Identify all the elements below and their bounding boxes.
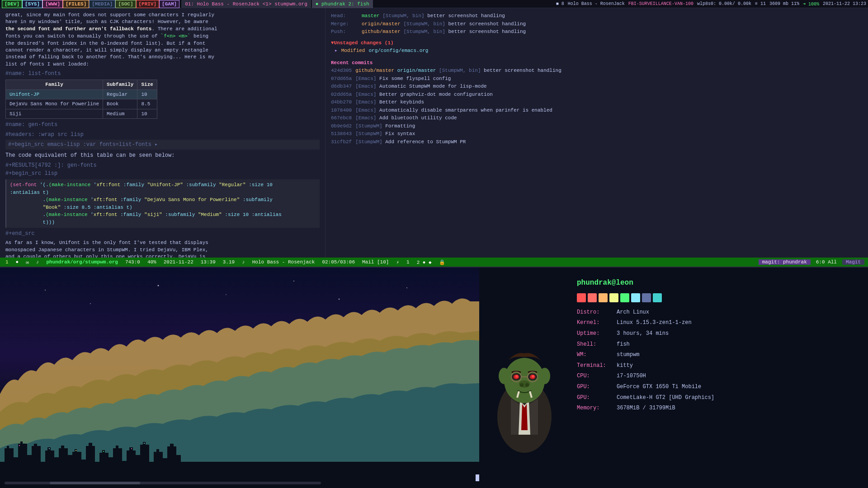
svg-point-24 <box>520 383 524 387</box>
head-label: Head: <box>331 12 358 20</box>
commit-row-1[interactable]: 07dd65a [Emacs] Fix some flyspell config <box>331 75 863 83</box>
commit-msg-7: [StumpWM] Formatting <box>355 122 415 130</box>
font-size-2: 8.5 <box>137 99 157 109</box>
memory-label: Memory: <box>577 404 613 413</box>
uptime-label: Uptime: <box>577 329 613 339</box>
status-bar: 1 ● ✉ ♪ phundrak/org/stumpwm.org 743:0 4… <box>0 258 868 267</box>
waveform-scrollbar[interactable] <box>5 482 321 484</box>
swatch-red <box>577 293 586 302</box>
commit-row-0[interactable]: 424d305 github/master origin/master [Stu… <box>331 67 863 75</box>
font-size-1: 10 <box>137 89 157 99</box>
svg-rect-11 <box>103 451 104 452</box>
commit-msg-1: [Emacs] Fix some flyspell config <box>355 75 451 83</box>
status-music-icon: ♪ <box>34 259 41 265</box>
push-label: Push: <box>331 28 358 36</box>
status-encoding: 3.19 <box>221 259 236 265</box>
head-value: master [StumpWM, bin] better screenshot … <box>362 12 505 20</box>
avatar-svg <box>479 317 570 453</box>
tag-sys[interactable]: [SYS] <box>22 0 42 8</box>
results-line: #+RESULTS[4792 :]: gen-fonts <box>5 161 320 169</box>
swatch-green <box>620 293 629 302</box>
status-magit-right: Magit <box>842 259 864 265</box>
tag-www[interactable]: [WWW] <box>42 0 63 8</box>
kernel-label: Kernel: <box>577 318 613 328</box>
sysinfo-row-cpu: CPU: i7-10750H <box>577 371 861 381</box>
distro-value: Arch Linux <box>617 308 649 318</box>
tag-priv[interactable]: [PRIV] <box>136 0 160 8</box>
top-right-info: ■ 8 Holo Bass - RosenJack FBI-SURVEILLAN… <box>556 1 866 7</box>
sysinfo-row-uptime: Uptime: 3 hours, 34 mins <box>577 329 861 339</box>
recent-commits-header: Recent commits <box>331 59 863 67</box>
commit-msg-8: [StumpWM] Fix syntax <box>355 130 415 138</box>
color-swatches <box>577 293 861 302</box>
table-row: Unifont-JP Regular 10 <box>6 89 157 99</box>
magit-head: Head: master [StumpWM, bin] better scree… <box>331 12 863 36</box>
commit-hash-7: 0b9e9d2 <box>331 122 352 130</box>
font-subfamily-1: Regular <box>103 89 137 99</box>
status-lock-icon: ● <box>14 259 21 265</box>
commit-row-5[interactable]: 1078400 [Emacs] Automatically disable sm… <box>331 107 863 114</box>
swatch-cyan <box>631 293 640 302</box>
tag-soc[interactable]: [SOC] <box>115 0 136 8</box>
network-name: FBI-SURVEILLANCE-VAN-100 <box>628 1 693 6</box>
unstaged-header[interactable]: ▼Unstaged changes (1) <box>331 39 863 47</box>
window-count: ■ 8 <box>556 1 564 6</box>
modified-row[interactable]: ▸ Modified org/config/emacs.org <box>331 47 863 55</box>
font-family-3: Siji <box>6 109 103 119</box>
status-bat-num: 1 <box>405 259 411 265</box>
tag-gam[interactable]: [GAM] <box>159 0 179 8</box>
shell-label: Shell: <box>577 340 613 350</box>
sysinfo-row-gpu2: GPU: CometLake-H GT2 [UHD Graphics] <box>577 393 861 403</box>
gpu-value: GeForce GTX 1650 Ti Mobile <box>617 382 701 392</box>
distro-label: Distro: <box>577 308 613 318</box>
sysinfo-row-terminal: Terminal: kitty <box>577 361 861 371</box>
gpu-label: GPU: <box>577 382 613 392</box>
system-info-text: phundrak@leon Distro: Arch Linux Kernel:… <box>570 267 868 488</box>
cpu-value: i7-10750H <box>617 371 646 381</box>
svg-point-4 <box>226 294 226 295</box>
recent-commits-section: Recent commits 424d305 github/master ori… <box>331 59 863 146</box>
svg-point-27 <box>539 368 550 384</box>
right-panel-magit: Head: master [StumpWM, bin] better scree… <box>326 8 868 258</box>
commit-hash-2: d6db347 <box>331 83 352 90</box>
sysinfo-row-kernel: Kernel: Linux 5.15.3-zen1-1-zen <box>577 318 861 328</box>
status-percent: 40% <box>146 259 158 265</box>
gpu2-label: GPU: <box>577 393 613 403</box>
window-title-2[interactable]: ● phundrak 2: fish <box>312 0 373 8</box>
svg-point-6 <box>339 299 340 300</box>
merge-value: origin/master [StumpWM, bin] better scre… <box>362 20 526 28</box>
swatch-yellow <box>609 293 618 302</box>
svg-point-26 <box>499 368 509 384</box>
commit-row-6[interactable]: 667ebc8 [Emacs] Add bluetooth utility co… <box>331 114 863 122</box>
swatch-blue <box>642 293 651 302</box>
tag-dev[interactable]: [DEV] <box>2 0 22 8</box>
kernel-value: Linux 5.15.3-zen1-1-zen <box>617 318 692 328</box>
waveform-scrollbar-thumb[interactable] <box>50 482 140 484</box>
commit-hash-1: 07dd65a <box>331 75 352 83</box>
commit-row-9[interactable]: 31cfb2f [StumpWM] Add reference to Stump… <box>331 138 863 146</box>
svg-point-22 <box>532 375 534 378</box>
commit-row-4[interactable]: d4bb270 [Emacs] Better keybinds <box>331 99 863 106</box>
font-subfamily-2: Book <box>103 99 137 109</box>
cursor-blink <box>476 474 479 481</box>
commit-row-3[interactable]: 02dd65a [Emacs] Better graphviz-dot mode… <box>331 91 863 99</box>
commit-row-2[interactable]: d6db347 [Emacs] Automatic StumpWM mode f… <box>331 83 863 90</box>
fonts-table: Family Subfamily Size Unifont-JP Regular… <box>5 80 157 119</box>
table-row: Siji Medium 10 <box>6 109 157 119</box>
gpu2-value: CometLake-H GT2 [UHD Graphics] <box>617 393 714 403</box>
status-date: 2021-11-22 <box>162 259 195 265</box>
commit-hash-3: 02dd65a <box>331 91 352 99</box>
main-content: great, since my main font does not suppo… <box>0 8 868 258</box>
svg-point-2 <box>90 303 91 304</box>
modified-arrow: ▸ <box>335 47 338 55</box>
tag-media[interactable]: [MEDIA] <box>89 0 115 8</box>
commit-row-7[interactable]: 0b9e9d2 [StumpWM] Formatting <box>331 122 863 130</box>
swatch-teal <box>653 293 662 302</box>
commit-hash-8: 5138643 <box>331 130 352 138</box>
window-title-1[interactable]: 01: Holo Bass - RosenJack <1> stumpwm.or… <box>181 0 311 8</box>
avatar-area <box>479 267 570 488</box>
status-bat-icon: ⚡ <box>394 259 401 265</box>
tag-files[interactable]: [FILES] <box>63 0 89 8</box>
commit-row-8[interactable]: 5138643 [StumpWM] Fix syntax <box>331 130 863 138</box>
sysinfo-row-shell: Shell: fish <box>577 340 861 350</box>
